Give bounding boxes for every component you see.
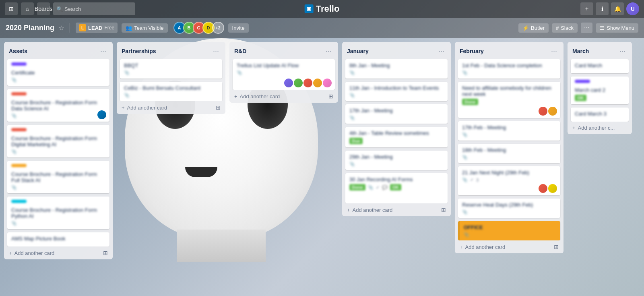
column-header-march: March ··· — [568, 42, 632, 59]
card-avatar-1 — [284, 79, 293, 87]
green-badge: Done — [462, 99, 478, 105]
column-scroll-january: 8th Jan - Meeting 📎 11th Jan - Introduct… — [342, 59, 451, 203]
card-march-3[interactable]: Card March 3 — [571, 108, 629, 122]
column-menu-rd[interactable]: ··· — [324, 46, 333, 56]
invite-button[interactable]: Invite — [228, 23, 249, 33]
card-feb-6[interactable]: Reserve Heat Days (29th Feb) 📎 — [458, 199, 560, 218]
card-meta: 📎 — [464, 232, 556, 237]
card-feb-2[interactable]: Need to affiliate somebody for children … — [458, 82, 560, 118]
card-title: 17th Feb - Meeting — [462, 124, 556, 130]
column-header-february: February ··· — [455, 42, 564, 59]
card-feb-4[interactable]: 18th Feb - Meeting 📎 — [458, 144, 560, 163]
add-card-label: Add another card — [240, 93, 280, 99]
add-card-button-february[interactable]: + Add another card ⊞ — [455, 240, 564, 253]
column-march: March ··· Card March March card 2 OK Car… — [568, 42, 632, 134]
plus-icon: + — [460, 244, 463, 250]
team-visible-button[interactable]: 👥 Team Visible — [122, 23, 167, 33]
add-card-button-assets[interactable]: + Add another card ⊞ — [4, 246, 113, 259]
green-badge: Done — [349, 184, 365, 190]
card-template-icon: ⊞ — [103, 250, 108, 256]
card-january-3[interactable]: 17th Jan - Meeting 📎 — [345, 104, 448, 124]
card-template-icon: ⊞ — [328, 93, 333, 99]
card-january-2[interactable]: 11th Jan - Introduction to Team Events 📎 — [345, 82, 448, 101]
more-options-button[interactable]: ··· — [581, 23, 592, 33]
card-meta: 📎 ✓ 3 — [462, 177, 556, 182]
card-assets-4[interactable]: Course Brochure - Registration Form Full… — [7, 161, 109, 193]
card-assets-1[interactable]: Certificate 📎 — [7, 59, 109, 86]
card-title: Card March 3 — [575, 111, 625, 117]
column-menu-assets[interactable]: ··· — [99, 46, 108, 56]
star-icon[interactable]: ☆ — [58, 24, 64, 32]
card-meta: 📎 — [11, 77, 105, 83]
column-header-january: January ··· — [342, 42, 451, 59]
card-feb-3[interactable]: 17th Feb - Meeting 📎 — [458, 121, 560, 141]
card-meta: 📎 — [462, 209, 556, 215]
attachment-icon: 📎 — [349, 161, 355, 167]
home-button[interactable]: ⌂ — [21, 2, 34, 15]
board-header-right: ⚡ Butler # Slack ··· ☰ Show Menu — [518, 23, 638, 33]
card-assets-2[interactable]: Course Brochure - Registration Form Data… — [7, 89, 109, 122]
column-menu-march[interactable]: ··· — [618, 46, 627, 56]
green-badge: OK — [575, 95, 586, 101]
add-card-button-march[interactable]: + Add another c... — [568, 122, 632, 134]
green-badge: Due — [349, 138, 363, 144]
info-button[interactable]: ℹ — [596, 2, 609, 15]
attachment-icon: 📎 — [462, 155, 468, 160]
card-january-4[interactable]: 4th Jan - Table Review sometimes Due — [345, 127, 448, 147]
column-menu-partnerships[interactable]: ··· — [211, 46, 221, 56]
card-partnerships-1[interactable]: BBQT 📎 — [120, 59, 222, 79]
card-january-6[interactable]: 30 Jan Recording AI Forms Done 📎 ✓ 💬 OK — [345, 173, 448, 203]
column-menu-january[interactable]: ··· — [437, 46, 446, 56]
column-header-rd: R&D ··· — [229, 42, 338, 59]
card-avatar-2 — [294, 79, 303, 87]
add-card-label: Add another card — [14, 250, 55, 256]
card-label — [575, 80, 590, 83]
divider — [70, 23, 70, 33]
card-march-1[interactable]: Card March — [571, 59, 629, 73]
menu-icon: ☰ — [600, 25, 605, 31]
card-january-5[interactable]: 29th Jan - Meeting 📎 — [345, 151, 448, 170]
card-feb-5[interactable]: 21 Jan Next Night (29th Feb) 📎 ✓ 3 — [458, 166, 560, 195]
card-meta: Done — [462, 99, 556, 105]
card-avatar-c — [539, 184, 547, 193]
member-avatar-more[interactable]: +2 — [212, 22, 224, 34]
column-scroll-assets: Certificate 📎 Course Brochure - Registra… — [4, 59, 113, 246]
card-assets-5[interactable]: Course Brochure - Registration Form Pyth… — [7, 197, 109, 229]
column-assets: Assets ··· Certificate 📎 Course Brochure… — [4, 42, 113, 259]
search-input[interactable] — [53, 2, 135, 15]
plus-icon: + — [572, 125, 576, 131]
card-rd-1[interactable]: Trellus List Update AI Flow 📎 — [233, 59, 335, 90]
slack-button[interactable]: # Slack — [552, 23, 578, 33]
add-card-button-rd[interactable]: + Add another card ⊞ — [229, 90, 338, 103]
boards-button[interactable]: Boards — [37, 2, 50, 15]
butler-button[interactable]: ⚡ Butler — [518, 23, 549, 33]
card-assets-6[interactable]: AMS Map Picture Book — [7, 232, 109, 246]
card-title: OFFICE — [464, 224, 556, 230]
card-title: CeBiz - Bumi Bersatu Consultant — [124, 85, 218, 91]
card-feb-1[interactable]: 1st Feb - Data Science completion 📎 — [458, 59, 560, 79]
card-march-2[interactable]: March card 2 OK — [571, 77, 629, 104]
home-grid-button[interactable]: ⊞ — [5, 2, 18, 15]
show-menu-button[interactable]: ☰ Show Menu — [596, 23, 638, 33]
column-title-february: February — [460, 48, 547, 54]
card-feb-7[interactable]: OFFICE 📎 — [458, 221, 560, 240]
board-title[interactable]: 2020 Planning — [6, 24, 54, 32]
add-card-button-january[interactable]: + Add another card ⊞ — [342, 203, 451, 216]
card-meta: 📎 — [11, 185, 105, 190]
attachment-icon: 📎 — [11, 113, 17, 118]
add-card-button-partnerships[interactable]: + Add another card ⊞ — [117, 101, 225, 114]
workspace-badge[interactable]: L LEAD Free — [76, 23, 118, 33]
card-january-1[interactable]: 8th Jan - Meeting 📎 — [345, 59, 448, 79]
user-avatar[interactable]: U — [626, 2, 639, 15]
card-partnerships-2[interactable]: CeBiz - Bumi Bersatu Consultant 📎 — [120, 82, 222, 101]
card-avatar-b — [548, 107, 557, 116]
attachment-icon: 📎 — [462, 209, 468, 215]
card-label — [11, 164, 27, 167]
notifications-button[interactable]: 🔔 — [611, 2, 624, 15]
card-avatars-row — [284, 79, 332, 87]
card-assets-3[interactable]: Course Brochure - Registration Form Digi… — [7, 125, 109, 157]
column-menu-february[interactable]: ··· — [549, 46, 559, 56]
card-label — [11, 62, 27, 66]
plus-icon: + — [9, 250, 12, 256]
create-button[interactable]: ＋ — [580, 2, 593, 15]
